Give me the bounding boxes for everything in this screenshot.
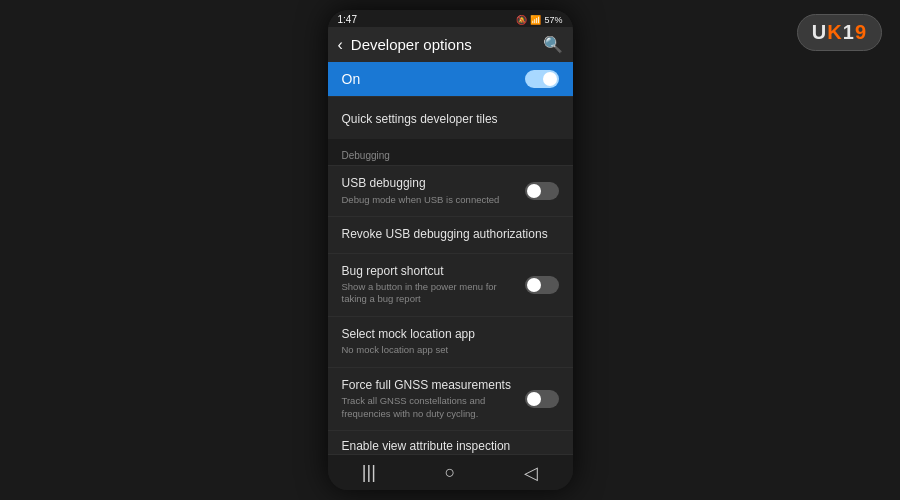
view-attribute-title: Enable view attribute inspection bbox=[342, 439, 559, 453]
toggle-knob-gnss bbox=[527, 392, 541, 406]
quick-settings-label: Quick settings developer tiles bbox=[342, 112, 498, 126]
toggle-knob-bug bbox=[527, 278, 541, 292]
revoke-usb-text: Revoke USB debugging authorizations bbox=[342, 227, 559, 243]
bug-report-text: Bug report shortcut Show a button in the… bbox=[342, 264, 525, 306]
logo-k: K bbox=[827, 21, 842, 43]
mock-location-item[interactable]: Select mock location app No mock locatio… bbox=[328, 316, 573, 367]
battery-icon: 57% bbox=[544, 15, 562, 25]
usb-debugging-item[interactable]: USB debugging Debug mode when USB is con… bbox=[328, 165, 573, 216]
logo-u: U bbox=[812, 21, 827, 43]
gnss-text: Force full GNSS measurements Track all G… bbox=[342, 378, 525, 420]
toggle-knob bbox=[543, 72, 557, 86]
toggle-knob-usb bbox=[527, 184, 541, 198]
logo-1: 1 bbox=[843, 21, 855, 43]
usb-debugging-subtitle: Debug mode when USB is connected bbox=[342, 194, 517, 206]
mock-location-text: Select mock location app No mock locatio… bbox=[342, 327, 559, 357]
logo-9: 9 bbox=[855, 21, 867, 43]
bug-report-item[interactable]: Bug report shortcut Show a button in the… bbox=[328, 253, 573, 316]
developer-options-toggle[interactable] bbox=[525, 70, 559, 88]
bug-report-subtitle: Show a button in the power menu for taki… bbox=[342, 281, 517, 306]
mock-location-subtitle: No mock location app set bbox=[342, 344, 551, 356]
recent-apps-button[interactable]: ||| bbox=[352, 458, 386, 487]
back-button[interactable]: ‹ bbox=[338, 36, 343, 54]
debugging-label: Debugging bbox=[342, 150, 390, 161]
status-icons: 🔕 📶 57% bbox=[516, 15, 562, 25]
usb-debugging-title: USB debugging bbox=[342, 176, 517, 192]
developer-options-toggle-bar[interactable]: On bbox=[328, 62, 573, 96]
quick-settings-item[interactable]: Quick settings developer tiles bbox=[328, 96, 573, 139]
gnss-title: Force full GNSS measurements bbox=[342, 378, 517, 394]
logo-watermark: UK19 bbox=[797, 14, 882, 51]
usb-debugging-text: USB debugging Debug mode when USB is con… bbox=[342, 176, 525, 206]
revoke-usb-title: Revoke USB debugging authorizations bbox=[342, 227, 551, 243]
bug-report-toggle[interactable] bbox=[525, 276, 559, 294]
revoke-usb-item[interactable]: Revoke USB debugging authorizations bbox=[328, 216, 573, 253]
status-bar: 1:47 🔕 📶 57% bbox=[328, 10, 573, 27]
signal-icon: 📶 bbox=[530, 15, 541, 25]
mute-icon: 🔕 bbox=[516, 15, 527, 25]
gnss-subtitle: Track all GNSS constellations and freque… bbox=[342, 395, 517, 420]
header: ‹ Developer options 🔍 bbox=[328, 27, 573, 62]
debugging-section-header: Debugging bbox=[328, 139, 573, 165]
bottom-nav: ||| ○ ◁ bbox=[328, 454, 573, 490]
usb-debugging-toggle[interactable] bbox=[525, 182, 559, 200]
search-button[interactable]: 🔍 bbox=[543, 35, 563, 54]
gnss-toggle[interactable] bbox=[525, 390, 559, 408]
phone-screen: 1:47 🔕 📶 57% ‹ Developer options 🔍 On Qu… bbox=[328, 10, 573, 490]
mock-location-title: Select mock location app bbox=[342, 327, 551, 343]
time-display: 1:47 bbox=[338, 14, 357, 25]
page-title: Developer options bbox=[351, 36, 535, 53]
back-nav-button[interactable]: ◁ bbox=[514, 458, 548, 488]
view-attribute-item[interactable]: Enable view attribute inspection bbox=[328, 430, 573, 454]
home-button[interactable]: ○ bbox=[435, 458, 466, 487]
on-label: On bbox=[342, 71, 361, 87]
bug-report-title: Bug report shortcut bbox=[342, 264, 517, 280]
gnss-item[interactable]: Force full GNSS measurements Track all G… bbox=[328, 367, 573, 430]
settings-content: Quick settings developer tiles Debugging… bbox=[328, 96, 573, 454]
